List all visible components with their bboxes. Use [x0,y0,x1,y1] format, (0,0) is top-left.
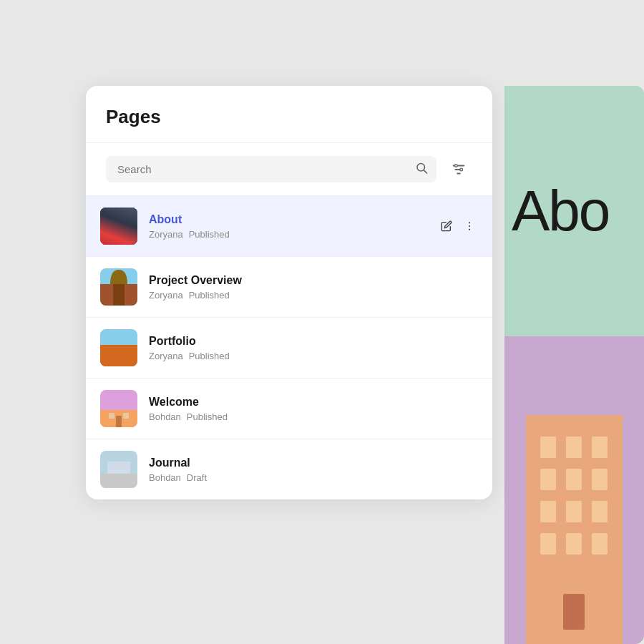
pages-panel: Pages [86,86,492,499]
thumbnail-svg-portfolio [100,329,137,366]
page-name-portfolio: Portfolio [149,335,426,348]
page-author-welcome: Bohdan [149,411,181,422]
edit-icon [441,220,452,232]
svg-rect-23 [100,229,119,245]
svg-point-45 [469,404,470,406]
svg-point-46 [469,408,470,409]
page-info-journal: Journal Bohdan Draft [149,457,426,483]
svg-rect-4 [540,469,556,490]
page-thumbnail-project [100,268,137,306]
right-panel-bottom [504,336,644,644]
svg-rect-8 [566,501,582,522]
more-icon [464,342,475,353]
svg-point-32 [469,286,470,288]
page-meta-welcome: Bohdan Published [149,411,426,422]
search-input-wrapper [106,156,436,182]
more-icon [464,403,475,414]
svg-rect-21 [100,208,137,245]
page-info-welcome: Welcome Bohdan Published [149,396,426,422]
more-button-portfolio[interactable] [461,339,478,356]
svg-point-38 [469,347,470,348]
svg-rect-44 [123,413,129,419]
more-button-journal[interactable] [461,461,478,478]
more-button-about[interactable] [461,218,478,235]
more-icon [464,220,475,232]
svg-point-25 [469,222,470,223]
page-thumbnail-about [100,208,137,245]
svg-point-47 [469,411,470,413]
page-name-welcome: Welcome [149,396,426,409]
edit-icon [441,342,452,353]
page-list: About Zoryana Published [86,196,492,499]
edit-button-portfolio[interactable] [438,339,455,356]
edit-icon [441,281,452,293]
svg-point-37 [469,343,470,345]
page-status-portfolio: Published [189,351,230,361]
edit-button-welcome[interactable] [438,400,455,417]
svg-rect-24 [119,208,137,245]
page-status-about: Published [189,229,230,240]
page-meta-journal: Bohdan Draft [149,472,426,483]
edit-button-project[interactable] [438,278,455,296]
page-thumbnail-journal [100,451,137,488]
list-item[interactable]: Journal Bohdan Draft [86,439,492,499]
svg-point-20 [460,168,463,171]
preview-about-text: Abo [512,182,609,240]
svg-rect-50 [107,462,130,474]
svg-rect-30 [113,284,125,306]
svg-point-19 [455,164,458,167]
page-name-about: About [149,213,426,226]
page-author-about: Zoryana [149,229,183,240]
page-actions-about [438,218,478,235]
list-item[interactable]: Welcome Bohdan Published [86,379,492,439]
svg-rect-5 [566,469,582,490]
list-item[interactable]: Portfolio Zoryana Published [86,318,492,379]
svg-point-53 [469,472,470,474]
svg-rect-43 [109,413,114,419]
svg-rect-2 [566,436,582,458]
edit-button-journal[interactable] [438,461,455,478]
page-name-journal: Journal [149,457,426,469]
page-author-portfolio: Zoryana [149,351,183,361]
svg-point-33 [469,290,470,291]
filter-icon [451,162,467,177]
page-author-project: Zoryana [149,290,183,301]
page-thumbnail-welcome [100,390,137,427]
svg-marker-36 [100,345,137,366]
page-title: Pages [106,106,472,128]
svg-rect-6 [592,469,608,490]
page-info-portfolio: Portfolio Zoryana Published [149,335,426,361]
svg-point-52 [469,469,470,470]
edit-icon [441,464,452,475]
svg-rect-13 [563,594,585,630]
svg-marker-22 [100,208,137,245]
filter-button[interactable] [445,157,472,182]
svg-rect-7 [540,501,556,522]
building-illustration [504,358,644,644]
svg-rect-10 [540,533,556,555]
more-icon [464,281,475,293]
page-meta-portfolio: Zoryana Published [149,351,426,361]
edit-button-about[interactable] [438,218,455,235]
list-item[interactable]: Project Overview Zoryana Published [86,257,492,318]
more-button-project[interactable] [461,278,478,296]
svg-point-31 [469,283,470,284]
more-icon [464,464,475,475]
page-status-journal: Draft [187,472,207,483]
svg-rect-1 [540,436,556,458]
page-meta-project: Zoryana Published [149,290,426,301]
svg-point-26 [469,225,470,227]
search-input[interactable] [106,156,436,182]
panel-header: Pages [86,86,492,143]
svg-rect-49 [100,474,137,488]
svg-rect-42 [116,416,122,427]
page-info-about: About Zoryana Published [149,213,426,240]
page-author-journal: Bohdan [149,472,181,483]
svg-point-51 [469,465,470,467]
search-row [86,143,492,196]
svg-point-39 [469,351,470,352]
thumbnail-svg-journal [100,451,137,488]
svg-rect-12 [592,533,608,555]
more-button-welcome[interactable] [461,400,478,417]
list-item[interactable]: About Zoryana Published [86,196,492,257]
